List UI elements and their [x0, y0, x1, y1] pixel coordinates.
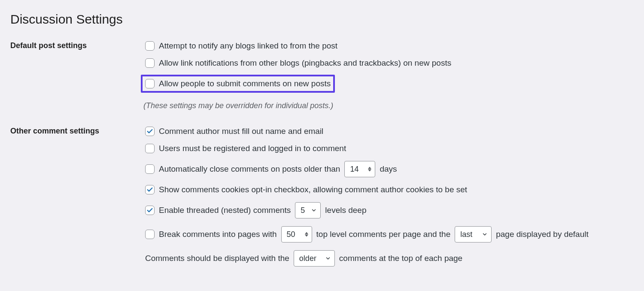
registered-checkbox[interactable]	[145, 144, 155, 153]
threaded-label-before: Enable threaded (nested) comments	[159, 206, 291, 215]
svg-marker-2	[305, 232, 308, 234]
sort-order-select[interactable]: older	[294, 250, 335, 267]
setting-threaded: Enable threaded (nested) comments 5 leve…	[143, 201, 634, 219]
notify-blogs-label: Attempt to notify any blogs linked to fr…	[159, 41, 337, 51]
stepper-icon	[305, 232, 308, 237]
break-pages-checkbox[interactable]	[145, 230, 155, 239]
sort-label-after: comments at the top of each page	[339, 254, 462, 263]
auto-close-days-input[interactable]: 14	[344, 161, 375, 177]
allow-pingbacks-label: Allow link notifications from other blog…	[159, 58, 451, 68]
setting-allow-pingbacks: Allow link notifications from other blog…	[143, 58, 634, 69]
setting-notify-blogs: Attempt to notify any blogs linked to fr…	[143, 40, 634, 52]
cookies-label: Show comments cookies opt-in checkbox, a…	[159, 185, 467, 194]
cookies-checkbox[interactable]	[145, 185, 155, 194]
setting-break-pages: Break comments into pages with 50 top le…	[143, 225, 634, 243]
page-title: Discussion Settings	[10, 12, 634, 27]
setting-registered: Users must be registered and logged in t…	[143, 143, 634, 154]
comments-per-page-value: 50	[287, 230, 295, 239]
other-comment-settings-label: Other comment settings	[10, 126, 143, 136]
sort-order-value: older	[299, 254, 316, 263]
chevron-down-icon	[311, 207, 317, 213]
default-page-select[interactable]: last	[455, 226, 492, 242]
allow-comments-label: Allow people to submit comments on new p…	[159, 79, 331, 88]
chevron-down-icon	[325, 255, 331, 261]
auto-close-days-value: 14	[350, 165, 358, 174]
setting-auto-close: Automatically close comments on posts ol…	[143, 160, 634, 178]
setting-allow-comments: Allow people to submit comments on new p…	[141, 75, 335, 93]
auto-close-label-before: Automatically close comments on posts ol…	[159, 164, 340, 174]
allow-pingbacks-checkbox[interactable]	[145, 58, 155, 68]
comments-per-page-input[interactable]: 50	[281, 226, 312, 242]
sort-label-before: Comments should be displayed with the	[145, 254, 289, 263]
break-pages-label-after: page displayed by default	[496, 230, 589, 239]
default-post-settings-section: Default post settings Attempt to notify …	[10, 40, 634, 110]
threaded-checkbox[interactable]	[145, 206, 155, 215]
threaded-levels-value: 5	[301, 206, 305, 215]
stepper-icon	[368, 167, 371, 172]
default-post-settings-label: Default post settings	[10, 40, 143, 50]
svg-marker-3	[305, 235, 308, 237]
registered-label: Users must be registered and logged in t…	[159, 144, 346, 153]
fill-name-email-checkbox[interactable]	[145, 127, 155, 136]
break-pages-label-mid: top level comments per page and the	[316, 230, 451, 239]
auto-close-checkbox[interactable]	[145, 164, 155, 174]
notify-blogs-checkbox[interactable]	[145, 41, 155, 51]
default-page-value: last	[460, 230, 472, 239]
default-post-hint: (These settings may be overridden for in…	[143, 101, 634, 110]
fill-name-email-label: Comment author must fill out name and em…	[159, 127, 323, 136]
svg-marker-1	[368, 170, 371, 172]
allow-comments-checkbox[interactable]	[145, 79, 155, 88]
setting-sort-order: Comments should be displayed with the ol…	[143, 249, 634, 267]
setting-cookies: Show comments cookies opt-in checkbox, a…	[143, 184, 634, 195]
break-pages-label-before: Break comments into pages with	[159, 230, 277, 239]
other-comment-settings-section: Other comment settings Comment author mu…	[10, 126, 634, 273]
threaded-label-after: levels deep	[325, 206, 366, 215]
threaded-levels-select[interactable]: 5	[295, 202, 321, 218]
auto-close-label-after: days	[380, 164, 397, 174]
setting-fill-name-email: Comment author must fill out name and em…	[143, 126, 634, 137]
svg-marker-0	[368, 167, 371, 169]
chevron-down-icon	[482, 231, 488, 237]
